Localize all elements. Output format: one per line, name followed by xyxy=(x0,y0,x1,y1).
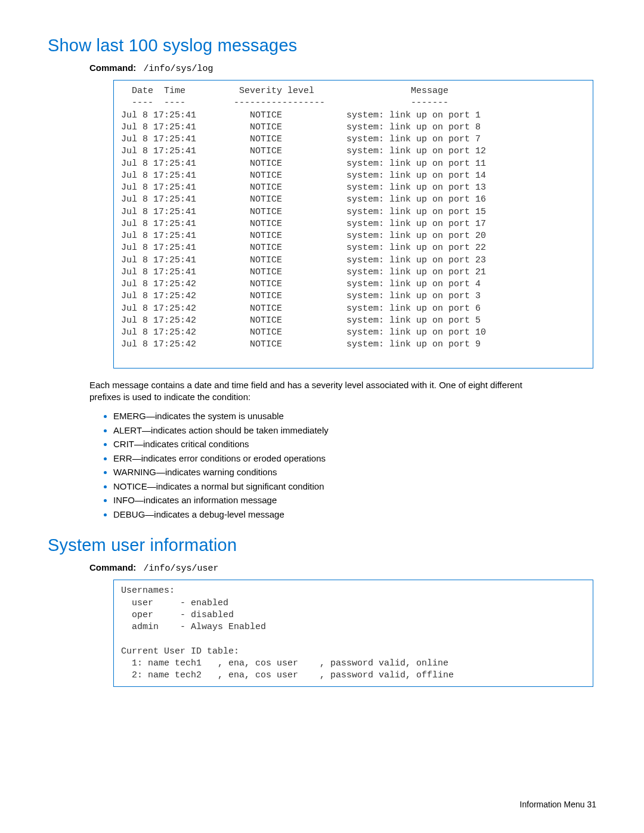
list-item: WARNING—indicates warning conditions xyxy=(113,465,555,479)
severity-list: EMERG—indicates the system is unusable A… xyxy=(101,409,555,521)
syslog-description: Each message contains a date and time fi… xyxy=(89,379,555,404)
syslog-row: Jul 8 17:25:42 NOTICE system: link up on… xyxy=(121,303,586,315)
syslog-output-box: Date Time Severity level Message ---- --… xyxy=(113,80,593,368)
syslog-row: Jul 8 17:25:42 NOTICE system: link up on… xyxy=(121,315,586,327)
syslog-row: Jul 8 17:25:41 NOTICE system: link up on… xyxy=(121,230,586,242)
syslog-row: Jul 8 17:25:41 NOTICE system: link up on… xyxy=(121,145,586,157)
command-text: /info/sys/log xyxy=(144,64,213,74)
syslog-row: Jul 8 17:25:42 NOTICE system: link up on… xyxy=(121,290,586,302)
list-item: ALERT—indicates action should be taken i… xyxy=(113,423,555,438)
syslog-row: Jul 8 17:25:41 NOTICE system: link up on… xyxy=(121,267,586,278)
list-item: INFO—indicates an information message xyxy=(113,493,555,507)
syslog-row: Jul 8 17:25:41 NOTICE system: link up on… xyxy=(121,242,586,254)
syslog-row: Jul 8 17:25:41 NOTICE system: link up on… xyxy=(121,158,586,170)
command-label: Command: xyxy=(89,562,136,572)
list-item: NOTICE—indicates a normal but significan… xyxy=(113,479,555,494)
command-text: /info/sys/user xyxy=(144,563,219,574)
syslog-row: Jul 8 17:25:42 NOTICE system: link up on… xyxy=(121,339,586,351)
syslog-row: Jul 8 17:25:41 NOTICE system: link up on… xyxy=(121,122,586,134)
list-item: DEBUG—indicates a debug-level message xyxy=(113,507,555,522)
command-line-userinfo: Command: /info/sys/user xyxy=(89,562,596,574)
command-label: Command: xyxy=(89,63,136,73)
syslog-row: Jul 8 17:25:42 NOTICE system: link up on… xyxy=(121,278,586,290)
syslog-header: Date Time Severity level Message ---- --… xyxy=(121,86,448,108)
section-heading-syslog: Show last 100 syslog messages xyxy=(48,36,596,55)
syslog-row: Jul 8 17:25:41 NOTICE system: link up on… xyxy=(121,255,586,267)
syslog-row: Jul 8 17:25:42 NOTICE system: link up on… xyxy=(121,327,586,339)
syslog-row: Jul 8 17:25:41 NOTICE system: link up on… xyxy=(121,170,586,182)
command-line-syslog: Command: /info/sys/log xyxy=(89,63,596,74)
syslog-row: Jul 8 17:25:41 NOTICE system: link up on… xyxy=(121,218,586,230)
syslog-row: Jul 8 17:25:41 NOTICE system: link up on… xyxy=(121,206,586,218)
userinfo-output-box: Usernames: user - enabled oper - disable… xyxy=(113,580,593,687)
syslog-row: Jul 8 17:25:41 NOTICE system: link up on… xyxy=(121,110,586,122)
syslog-row: Jul 8 17:25:41 NOTICE system: link up on… xyxy=(121,134,586,145)
list-item: ERR—indicates error conditions or eroded… xyxy=(113,451,555,466)
syslog-row: Jul 8 17:25:41 NOTICE system: link up on… xyxy=(121,182,586,194)
syslog-row: Jul 8 17:25:41 NOTICE system: link up on… xyxy=(121,194,586,206)
section-heading-userinfo: System user information xyxy=(48,535,596,555)
list-item: CRIT—indicates critical conditions xyxy=(113,437,555,451)
list-item: EMERG—indicates the system is unusable xyxy=(113,409,555,423)
page-footer: Information Menu 31 xyxy=(520,800,596,809)
